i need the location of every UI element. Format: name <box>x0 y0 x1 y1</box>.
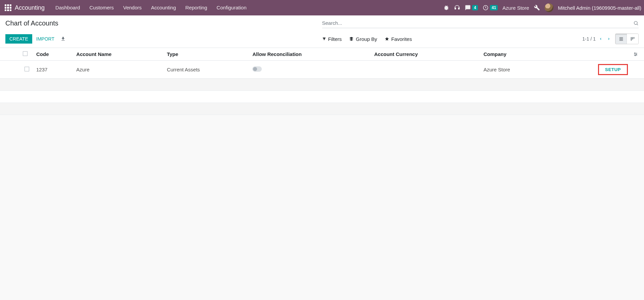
search-input[interactable] <box>322 20 634 26</box>
svg-line-4 <box>637 24 638 25</box>
star-icon <box>385 37 389 41</box>
pager-next-icon[interactable] <box>606 37 612 41</box>
pager-prev-icon[interactable] <box>598 37 604 41</box>
download-icon[interactable] <box>60 36 66 42</box>
svg-point-3 <box>634 21 637 24</box>
apps-icon[interactable] <box>5 4 11 11</box>
messages-badge: 4 <box>472 5 478 10</box>
nav-dashboard[interactable]: Dashboard <box>51 0 85 15</box>
nav-accounting[interactable]: Accounting <box>146 0 181 15</box>
app-brand[interactable]: Accounting <box>15 4 45 11</box>
table-add-row[interactable] <box>0 91 644 103</box>
svg-point-13 <box>635 53 635 53</box>
col-account-currency[interactable]: Account Currency <box>371 48 481 61</box>
svg-rect-6 <box>620 38 623 39</box>
svg-rect-8 <box>620 40 623 41</box>
cell-company[interactable]: Azure Store <box>481 61 552 79</box>
user-menu[interactable]: Mitchell Admin (19609905-master-all) <box>558 5 641 11</box>
table-header-row: Code Account Name Type Allow Reconciliat… <box>0 48 644 61</box>
list-view-button[interactable] <box>615 34 627 44</box>
filters-label: Filters <box>328 36 342 42</box>
search-bar[interactable] <box>322 19 639 28</box>
tools-icon[interactable] <box>534 5 540 11</box>
favorites-dropdown[interactable]: Favorites <box>385 36 412 42</box>
svg-rect-7 <box>620 39 623 40</box>
bug-icon[interactable] <box>443 5 449 11</box>
layers-icon <box>349 37 354 41</box>
col-allow-reconciliation[interactable]: Allow Reconciliation <box>250 48 371 61</box>
activities-badge: 41 <box>490 5 498 10</box>
nav-menu: Dashboard Customers Vendors Accounting R… <box>51 0 251 15</box>
support-icon[interactable] <box>454 5 460 11</box>
cell-code[interactable]: 1237 <box>34 61 73 79</box>
svg-rect-5 <box>620 37 623 38</box>
col-code[interactable]: Code <box>34 48 73 61</box>
create-button[interactable]: Create <box>5 34 32 44</box>
top-navbar: Accounting Dashboard Customers Vendors A… <box>0 0 644 15</box>
row-checkbox[interactable] <box>24 67 29 71</box>
control-panel: Chart of Accounts Create Import Filters <box>0 15 644 48</box>
svg-rect-11 <box>634 37 634 39</box>
setup-button[interactable]: SETUP <box>598 64 628 75</box>
company-switcher[interactable]: Azure Store <box>502 5 529 11</box>
col-company[interactable]: Company <box>481 48 552 61</box>
messages-icon[interactable]: 4 <box>465 5 478 11</box>
user-avatar[interactable] <box>545 3 553 12</box>
table-spacer <box>0 103 644 115</box>
cell-account-name[interactable]: Azure <box>73 61 164 79</box>
breadcrumb: Chart of Accounts <box>5 19 58 27</box>
nav-configuration[interactable]: Configuration <box>212 0 251 15</box>
svg-point-15 <box>636 54 637 54</box>
svg-rect-10 <box>632 37 633 40</box>
table-spacer <box>0 79 644 91</box>
nav-reporting[interactable]: Reporting <box>181 0 212 15</box>
cell-account-currency[interactable] <box>371 61 481 79</box>
groupby-dropdown[interactable]: Group By <box>349 36 377 42</box>
activities-icon[interactable]: 41 <box>483 5 498 11</box>
kanban-view-button[interactable] <box>627 34 638 44</box>
svg-rect-0 <box>455 8 456 9</box>
cell-type[interactable]: Current Assets <box>164 61 250 79</box>
svg-rect-1 <box>458 8 459 9</box>
accounts-table: Code Account Name Type Allow Reconciliat… <box>0 48 644 115</box>
reconciliation-toggle[interactable] <box>252 66 262 72</box>
pager: 1-1 / 1 <box>582 36 612 42</box>
svg-rect-9 <box>631 37 632 41</box>
groupby-label: Group By <box>356 36 377 42</box>
filter-icon <box>322 37 326 41</box>
table-row[interactable]: 1237 Azure Current Assets Azure Store SE… <box>0 61 644 79</box>
select-all-checkbox[interactable] <box>23 51 28 56</box>
cell-allow-reconciliation[interactable] <box>250 61 371 79</box>
filters-dropdown[interactable]: Filters <box>322 36 342 42</box>
favorites-label: Favorites <box>391 36 412 42</box>
svg-point-17 <box>635 55 636 56</box>
optional-columns-icon[interactable] <box>633 52 641 57</box>
pager-text[interactable]: 1-1 / 1 <box>582 36 596 42</box>
nav-customers[interactable]: Customers <box>85 0 118 15</box>
search-icon[interactable] <box>633 20 639 26</box>
view-switcher <box>615 34 639 44</box>
import-button[interactable]: Import <box>32 34 58 44</box>
nav-vendors[interactable]: Vendors <box>118 0 146 15</box>
col-account-name[interactable]: Account Name <box>73 48 164 61</box>
col-type[interactable]: Type <box>164 48 250 61</box>
